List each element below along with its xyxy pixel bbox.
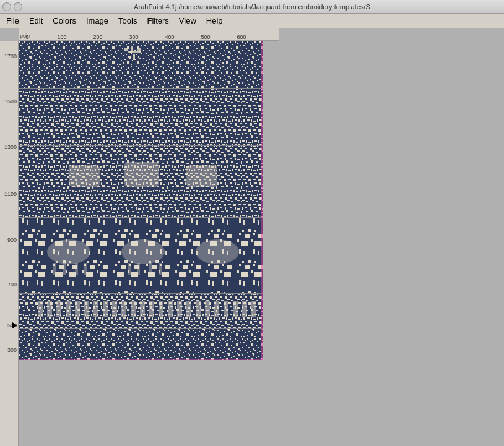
ruler-mark-0: 0 [25, 34, 28, 40]
svg-rect-201 [177, 301, 182, 317]
svg-rect-200 [168, 301, 173, 317]
svg-rect-164 [19, 328, 263, 329]
svg-rect-189 [66, 301, 71, 317]
svg-rect-193 [103, 301, 108, 317]
ruler-mark-300: 300 [129, 34, 138, 40]
svg-rect-205 [214, 301, 219, 317]
svg-rect-171 [133, 54, 135, 60]
svg-point-177 [196, 239, 239, 264]
svg-rect-156 [19, 88, 263, 89]
svg-rect-174 [186, 165, 217, 187]
canvas-container: poin 0 100 200 300 400 500 600 1700 1500… [0, 28, 279, 446]
ruler-mark-v-1100: 1100 [4, 191, 17, 197]
svg-rect-187 [47, 301, 52, 317]
close-button[interactable] [2, 2, 11, 11]
window-title: ArahPaint 4.1j /home/ana/web/tutorials/J… [134, 3, 370, 11]
svg-rect-178 [53, 263, 56, 275]
svg-rect-172 [69, 165, 100, 187]
svg-point-175 [47, 239, 90, 264]
svg-rect-196 [131, 301, 136, 317]
svg-rect-208 [242, 301, 247, 317]
svg-rect-180 [75, 263, 78, 275]
ruler-mark-v-700: 700 [7, 281, 17, 288]
ruler-mark-v-1500: 1500 [4, 98, 17, 105]
svg-rect-202 [186, 301, 191, 317]
svg-rect-162 [19, 293, 263, 294]
svg-rect-198 [149, 301, 154, 317]
main-area: poin 0 100 200 300 400 500 600 1700 1500… [0, 28, 504, 446]
menu-help[interactable]: Help [201, 15, 228, 27]
svg-rect-184 [149, 263, 152, 275]
menubar: File Edit Colors Image Tools Filters Vie… [0, 14, 504, 28]
ruler-mark-v-900: 900 [7, 237, 17, 243]
ruler-arrow [12, 322, 17, 328]
menu-image[interactable]: Image [81, 15, 113, 27]
svg-rect-209 [251, 301, 256, 317]
titlebar: ArahPaint 4.1j /home/ana/web/tutorials/J… [0, 0, 504, 14]
ruler-top: poin 0 100 200 300 400 500 600 [19, 28, 279, 41]
svg-rect-186 [38, 301, 43, 317]
ruler-mark-600: 600 [237, 34, 246, 40]
svg-rect-173 [124, 162, 159, 187]
menu-edit[interactable]: Edit [24, 15, 48, 27]
svg-rect-195 [121, 301, 126, 317]
svg-rect-170 [128, 51, 140, 53]
svg-rect-182 [128, 263, 131, 275]
svg-rect-192 [93, 301, 98, 317]
titlebar-buttons [2, 2, 22, 11]
ruler-left: 1700 1500 1300 1100 900 700 500 300 [0, 41, 19, 446]
svg-rect-199 [159, 301, 163, 317]
menu-view[interactable]: View [174, 15, 201, 27]
ruler-mark-100: 100 [57, 34, 66, 40]
svg-rect-190 [75, 301, 80, 317]
svg-rect-165 [19, 329, 263, 360]
svg-point-176 [121, 239, 165, 264]
ruler-mark-v-1300: 1300 [4, 144, 17, 150]
ruler-mark-200: 200 [93, 34, 102, 40]
svg-rect-207 [233, 301, 238, 317]
menu-filters[interactable]: Filters [142, 15, 173, 27]
svg-rect-204 [205, 301, 210, 317]
ruler-mark-500: 500 [201, 34, 210, 40]
ruler-mark-v-300: 300 [7, 347, 17, 353]
svg-rect-188 [56, 301, 61, 317]
svg-rect-157 [19, 89, 263, 145]
menu-file[interactable]: File [1, 15, 24, 27]
menu-tools[interactable]: Tools [113, 15, 142, 27]
svg-rect-181 [84, 263, 87, 275]
svg-rect-183 [137, 263, 140, 275]
svg-rect-197 [140, 301, 145, 317]
svg-rect-203 [196, 301, 201, 317]
right-area: Guess weave f... ? × Width: ▲ [279, 28, 504, 446]
ruler-mark-400: 400 [165, 34, 174, 40]
svg-rect-191 [84, 301, 89, 317]
menu-colors[interactable]: Colors [48, 15, 81, 27]
svg-rect-155 [19, 41, 263, 88]
bitmap-canvas[interactable] [19, 41, 262, 359]
svg-rect-185 [159, 263, 162, 275]
minimize-button[interactable] [14, 2, 22, 11]
svg-rect-160 [19, 217, 263, 218]
svg-rect-158 [19, 145, 263, 146]
svg-rect-179 [63, 263, 66, 275]
svg-rect-206 [224, 301, 228, 317]
pixel-art-svg [19, 41, 263, 360]
svg-rect-194 [112, 301, 117, 317]
ruler-mark-v-1700: 1700 [4, 53, 17, 59]
